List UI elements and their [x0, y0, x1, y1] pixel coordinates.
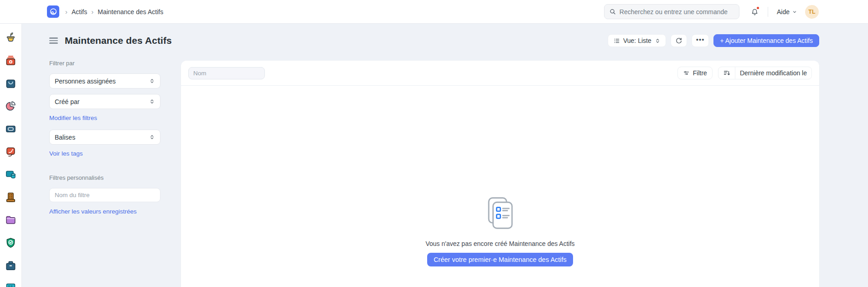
support-hand-icon[interactable] [5, 146, 17, 158]
storage-drawer-icon[interactable] [5, 282, 17, 287]
search-input[interactable] [620, 8, 734, 16]
chevron-up-down-icon [149, 134, 155, 140]
assigned-to-value: Personnes assignées [55, 78, 116, 85]
sidebar-toggle-icon[interactable] [49, 36, 58, 45]
potted-plant-icon[interactable] [5, 31, 17, 44]
breadcrumb-item-maintenance[interactable]: Maintenance des Actifs [98, 8, 163, 16]
help-label: Aide [777, 8, 790, 16]
quality-shield-icon[interactable] [5, 237, 17, 249]
empty-documents-icon [483, 196, 517, 230]
notification-dot [757, 7, 759, 9]
workspace-rail [0, 24, 22, 287]
chevron-up-down-icon [655, 38, 661, 44]
list-card: Filtre Dernière modification le [181, 61, 819, 287]
assets-devices-icon[interactable] [5, 168, 17, 181]
filter-button-label: Filtre [693, 69, 707, 77]
add-maintenance-button[interactable]: + Ajouter Maintenance des Actifs [713, 34, 819, 47]
tags-select[interactable]: Balises [49, 130, 160, 145]
refresh-icon [675, 37, 682, 44]
filter-name-input[interactable] [49, 188, 160, 202]
notifications-button[interactable] [750, 7, 759, 16]
list-header-right: Filtre Dernière modification le [677, 67, 812, 79]
user-avatar[interactable]: TL [805, 5, 819, 19]
help-menu[interactable]: Aide [777, 8, 797, 16]
show-saved-values-link[interactable]: Afficher les valeurs enregistrées [49, 208, 137, 215]
page-title: Maintenance des Actifs [65, 35, 172, 46]
edit-filters-link[interactable]: Modifier les filtres [49, 115, 97, 121]
filter-button[interactable]: Filtre [677, 67, 713, 79]
jobs-briefcase-icon[interactable] [5, 260, 17, 272]
page-toolbar: Vue: Liste ••• + Ajouter Maintenance des… [608, 34, 819, 47]
page-content: Maintenance des Actifs Vue: Liste [22, 24, 868, 287]
logo-mark-icon [49, 7, 58, 16]
filter-sidebar: Filtrer par Personnes assignées Créé par… [49, 60, 160, 215]
navbar-left: Actifs Maintenance des Actifs [47, 0, 163, 23]
list-view-icon [613, 37, 620, 44]
chevron-up-down-icon [149, 99, 155, 104]
navbar-right: Aide TL [604, 0, 819, 23]
empty-state: Vous n'avez pas encore créé Maintenance … [181, 196, 819, 266]
top-navbar: Actifs Maintenance des Actifs Aide [0, 0, 868, 24]
app-logo[interactable] [47, 5, 59, 18]
sort-descending-icon [723, 69, 730, 77]
chevron-down-icon [792, 9, 797, 15]
tags-value: Balises [55, 134, 75, 141]
list-header: Filtre Dernière modification le [181, 61, 819, 86]
filter-icon [683, 70, 690, 77]
global-search[interactable] [604, 4, 739, 19]
breadcrumb-separator-icon [65, 8, 67, 16]
payroll-cash-icon[interactable] [5, 123, 17, 135]
chevron-up-down-icon [149, 78, 155, 84]
view-switcher-label: Vue: Liste [623, 37, 651, 44]
company-building-icon[interactable] [5, 191, 17, 204]
projects-folder-icon[interactable] [5, 214, 17, 226]
breadcrumb-item-actifs[interactable]: Actifs [72, 8, 87, 16]
sort-field-segment[interactable]: Dernière modification le [735, 67, 811, 79]
created-by-value: Créé par [55, 98, 79, 105]
sort-direction-segment[interactable] [718, 67, 735, 79]
empty-state-message: Vous n'avez pas encore créé Maintenance … [425, 240, 574, 247]
assigned-to-select[interactable]: Personnes assignées [49, 73, 160, 89]
view-tags-link[interactable]: Voir les tags [49, 150, 83, 157]
expense-claim-icon[interactable] [5, 54, 17, 67]
page-header: Maintenance des Actifs Vue: Liste [49, 34, 819, 47]
search-icon [610, 8, 616, 15]
title-group: Maintenance des Actifs [49, 35, 172, 46]
buying-bag-icon[interactable] [5, 77, 17, 89]
create-first-button[interactable]: Créer votre premier·e Maintenance des Ac… [427, 253, 573, 266]
breadcrumb: Actifs Maintenance des Actifs [65, 8, 163, 16]
ellipsis-icon: ••• [696, 36, 705, 46]
created-by-select[interactable]: Créé par [49, 94, 160, 109]
breadcrumb-separator-icon [91, 8, 93, 16]
navbar-divider [768, 7, 768, 17]
filter-by-label: Filtrer par [49, 60, 160, 67]
custom-filters-label: Filtres personnalisés [49, 174, 160, 181]
refresh-button[interactable] [671, 34, 687, 47]
view-switcher-button[interactable]: Vue: Liste [608, 34, 666, 47]
name-filter-input[interactable] [188, 67, 265, 79]
sort-control[interactable]: Dernière modification le [718, 67, 812, 79]
more-options-button[interactable]: ••• [692, 34, 709, 47]
pie-chart-icon[interactable] [5, 100, 17, 112]
